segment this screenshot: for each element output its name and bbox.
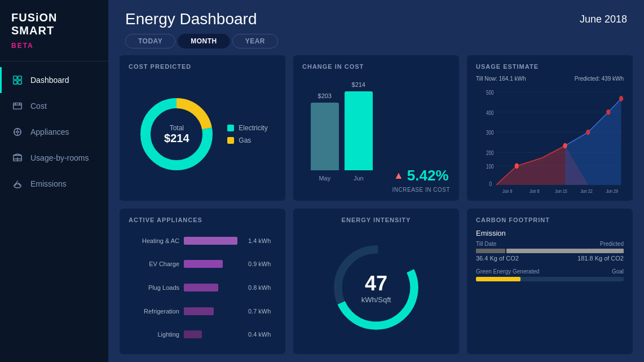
tab-bar: TODAY MONTH YEAR (108, 34, 644, 55)
gas-label: Gas (239, 136, 251, 144)
green-energy-bar-bg (476, 277, 624, 281)
sidebar-item-label-emissions: Emissions (30, 179, 67, 188)
svg-text:400: 400 (486, 109, 494, 116)
carbon-footprint-title: CARBON FOOTPRINT (476, 217, 624, 223)
donut-total-value: $214 (164, 132, 189, 145)
sidebar-item-dashboard[interactable]: Dashboard (0, 67, 108, 93)
till-date-value: 36.4 Kg of CO2 (476, 255, 519, 262)
electricity-dot (227, 125, 234, 131)
change-arrow-icon: ▲ (394, 170, 404, 182)
bar-jun: $214 Jun (345, 81, 373, 182)
appliance-bar-wrap-ref (184, 307, 244, 315)
appliance-name-ev: EV Charge (129, 261, 179, 267)
sidebar-item-cost[interactable]: Cost (0, 93, 108, 119)
svg-text:Jun 29: Jun 29 (606, 188, 618, 193)
change-pct: 5.42% (407, 167, 449, 184)
svg-point-41 (619, 96, 623, 101)
svg-text:300: 300 (486, 129, 494, 136)
sidebar-item-label-dashboard: Dashboard (30, 76, 69, 85)
gas-dot (227, 137, 234, 144)
emission-bars (476, 249, 624, 253)
appliance-val-lighting: 0.4 kWh (248, 331, 276, 338)
may-label: May (319, 175, 330, 182)
sidebar-item-label-cost: Cost (30, 101, 47, 111)
goal-label: Goal (612, 268, 624, 275)
change-chart-area: $203 May $214 Jun ▲ 5.42% INCRE (302, 76, 450, 193)
appliance-bar-lighting (184, 330, 202, 338)
appliance-row-lighting: Lighting 0.4 kWh (129, 330, 276, 338)
svg-point-9 (16, 131, 19, 133)
sidebar-item-emissions[interactable]: Emissions (0, 171, 108, 197)
change-in-cost-title: CHANGE IN COST (302, 63, 450, 70)
green-energy-section: Green Energy Generated Goal (476, 268, 624, 281)
sidebar-divider (0, 61, 108, 61)
sidebar-item-usage-by-rooms[interactable]: Usage-by-rooms (0, 145, 108, 171)
gauge-value: 47 (361, 272, 391, 295)
usage-sub-header: Till Now: 164.1 kWh Predicted: 439 kWh (476, 76, 624, 82)
sidebar: FUSiON SMART BETA Dashboard Cost (0, 0, 108, 362)
dashboard-icon (11, 74, 24, 86)
appliance-bar-wrap-plug (184, 284, 244, 292)
change-in-cost-card: CHANGE IN COST $203 May $214 Jun (293, 55, 459, 201)
cost-predicted-title: COST PREDICTED (129, 63, 276, 70)
page-title: Energy Dashboard (125, 10, 257, 28)
till-now-label: Till Now: 164.1 kWh (476, 76, 526, 82)
svg-marker-36 (565, 99, 621, 185)
appliance-bar-heating (184, 237, 237, 245)
cost-predicted-card: COST PREDICTED Total $214 (120, 55, 285, 201)
svg-text:200: 200 (486, 149, 494, 156)
green-energy-bar (476, 277, 521, 281)
emission-section: Emission Till Date Predicted 36.4 Kg of … (476, 229, 624, 262)
sidebar-logo: FUSiON SMART (0, 0, 108, 42)
bar-may: $203 May (311, 92, 339, 182)
appliance-row-ev: EV Charge 0.9 kWh (129, 260, 276, 268)
tab-year[interactable]: YEAR (232, 34, 278, 48)
emission-values: 36.4 Kg of CO2 181.8 Kg of CO2 (476, 255, 624, 262)
green-energy-label-row: Green Energy Generated Goal (476, 268, 624, 275)
svg-text:500: 500 (486, 89, 494, 96)
green-energy-label: Green Energy Generated (476, 268, 539, 275)
emission-label: Emission (476, 229, 624, 237)
predicted-bar-label: Predicted (600, 241, 624, 247)
svg-rect-4 (14, 103, 21, 109)
appliance-val-plug: 0.8 kWh (248, 284, 276, 291)
appliance-bar-wrap-lighting (184, 330, 244, 338)
sidebar-item-label-rooms: Usage-by-rooms (30, 153, 89, 162)
gauge-label: 47 kWh/Sqft (361, 272, 391, 304)
header-date: June 2018 (580, 14, 627, 25)
active-appliances-title: ACTIVE APPLIANCES (129, 217, 276, 223)
usage-estimate-title: USAGE ESTIMATE (476, 63, 624, 70)
appliance-val-ref: 0.7 kWh (248, 308, 276, 315)
energy-intensity-title: ENERGY INTENSITY (342, 217, 411, 223)
predicted-value: 181.8 Kg of CO2 (577, 255, 624, 262)
svg-text:Jun 22: Jun 22 (580, 188, 593, 193)
appliance-bar-wrap-ev (184, 260, 244, 268)
svg-text:Jun 15: Jun 15 (555, 188, 567, 193)
tab-month[interactable]: MONTH (178, 34, 230, 48)
appliance-list: Heating & AC 1.4 kWh EV Charge 0.9 kWh P… (129, 229, 276, 346)
change-desc: INCREASE IN COST (392, 187, 450, 193)
sidebar-item-appliances[interactable]: Appliances (0, 119, 108, 145)
appliance-name-heating: Heating & AC (129, 237, 179, 244)
tab-today[interactable]: TODAY (125, 34, 175, 48)
appliance-bar-ev (184, 260, 223, 268)
rooms-icon (11, 152, 24, 164)
appliance-val-heating: 1.4 kWh (248, 237, 276, 244)
appliance-row-ref: Refrigeration 0.7 kWh (129, 307, 276, 315)
svg-point-37 (515, 163, 519, 169)
main-content: Energy Dashboard June 2018 TODAY MONTH Y… (108, 0, 644, 362)
svg-rect-3 (18, 81, 21, 84)
header: Energy Dashboard June 2018 (108, 0, 644, 34)
donut-wrap: Total $214 Electricity Gas (129, 76, 276, 193)
svg-text:0: 0 (489, 180, 492, 187)
emissions-icon (11, 178, 24, 190)
appliance-bar-wrap-heating (184, 237, 244, 245)
svg-text:100: 100 (486, 163, 494, 170)
donut-total-label: Total (164, 124, 189, 132)
appliances-icon (11, 126, 24, 138)
svg-point-38 (563, 143, 567, 149)
legend-electricity: Electricity (227, 124, 267, 132)
donut-chart: Total $214 (137, 95, 216, 174)
till-date-label: Till Date (476, 241, 496, 247)
svg-text:Jun 8: Jun 8 (530, 188, 540, 193)
